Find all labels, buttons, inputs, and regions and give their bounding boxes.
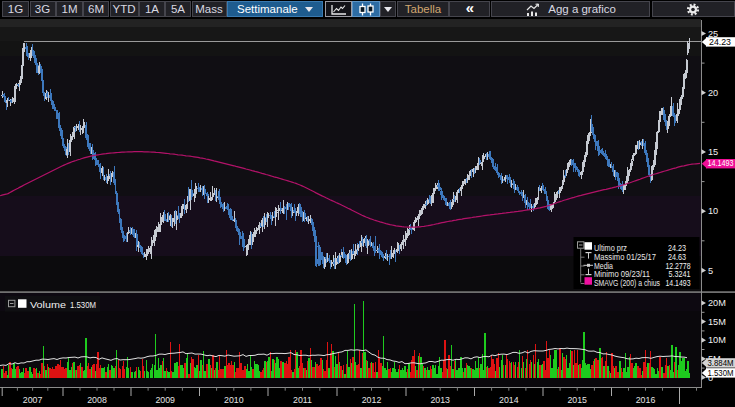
svg-text:2015: 2015 [567, 395, 587, 405]
svg-text:15M: 15M [708, 317, 726, 327]
svg-text:10: 10 [708, 206, 718, 216]
svg-text:20M: 20M [708, 298, 726, 308]
svg-text:2010: 2010 [224, 395, 244, 405]
svg-text:1.530M: 1.530M [70, 299, 96, 310]
svg-text:1.530M: 1.530M [708, 368, 734, 378]
svg-text:2007: 2007 [23, 395, 43, 405]
svg-text:2008: 2008 [87, 395, 107, 405]
svg-text:2014: 2014 [499, 395, 519, 405]
svg-text:SMAVG (200) a chius: SMAVG (200) a chius [594, 277, 660, 288]
svg-text:2016: 2016 [636, 395, 656, 405]
svg-text:14.1493: 14.1493 [708, 158, 734, 168]
svg-text:5: 5 [708, 266, 713, 276]
svg-text:Volume: Volume [30, 300, 66, 310]
svg-text:3.884M: 3.884M [708, 358, 734, 368]
svg-text:10M: 10M [708, 335, 726, 345]
svg-text:20: 20 [708, 88, 718, 98]
svg-text:2009: 2009 [155, 395, 175, 405]
svg-text:14.1493: 14.1493 [666, 277, 691, 288]
svg-text:2013: 2013 [430, 395, 450, 405]
svg-text:2012: 2012 [362, 395, 382, 405]
svg-text:24.23: 24.23 [709, 37, 731, 47]
svg-text:2011: 2011 [293, 395, 312, 405]
svg-text:15: 15 [708, 147, 718, 157]
